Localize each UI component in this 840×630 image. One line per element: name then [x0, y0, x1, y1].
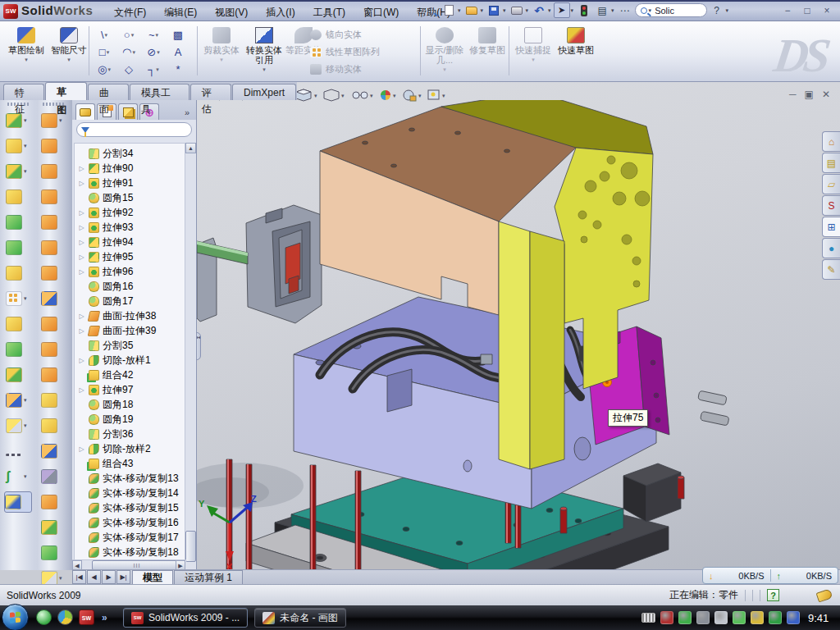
start-button[interactable] [2, 604, 29, 630]
sketch-entity-icon[interactable]: □▾ [92, 46, 116, 58]
taskpane-solidworks-search-tab[interactable]: S [822, 195, 840, 216]
tree-item[interactable]: 圆角16 [78, 279, 186, 294]
toolbar-rib-button[interactable] [6, 313, 30, 335]
open-dropdown[interactable]: ▾ [481, 7, 484, 14]
sketch-entity-icon[interactable]: ◇ [116, 63, 141, 75]
tree-expand-arrow[interactable]: ▷ [78, 224, 85, 231]
toolbar-boundary-boss-button[interactable] [41, 212, 66, 233]
rebuild-button[interactable] [576, 2, 592, 18]
options-button[interactable]: ▤ [594, 2, 610, 18]
sketch-button[interactable]: 草图绘制▾ [5, 25, 48, 77]
sketch-entity-icon[interactable]: ◠▾ [116, 46, 141, 58]
tree-expand-arrow[interactable]: ▷ [78, 268, 85, 276]
sketch-entity-dropdown[interactable]: ▾ [132, 49, 135, 56]
tree-expand-arrow[interactable]: ▷ [78, 313, 85, 320]
toolbar-undercut-analysis-button[interactable] [41, 466, 66, 487]
sketch-entity-icon[interactable]: ◎▾ [92, 63, 116, 75]
tree-item[interactable]: ▷曲面-拉伸38 [78, 308, 186, 323]
dropdown-arrow[interactable]: ▾ [24, 143, 27, 149]
tree-item[interactable]: ▷切除-放样1 [78, 353, 186, 368]
doc-nav-0[interactable]: |◀ [72, 570, 86, 584]
tree-item[interactable]: ▷拉伸93 [78, 220, 186, 235]
dropdown-arrow[interactable]: ▾ [24, 473, 27, 480]
doc-nav-1[interactable]: ◀ [87, 570, 101, 584]
dropdown-arrow[interactable]: ▾ [24, 397, 27, 404]
tree-item[interactable]: 实体-移动/复制16 [78, 515, 186, 530]
sketch-entity-dropdown[interactable]: ▾ [105, 32, 108, 39]
sketch-entity-icon[interactable]: ┐▾ [141, 63, 166, 75]
toolbar-combine-bodies-button[interactable] [6, 339, 30, 360]
toolbar-move-copy-bodies-button[interactable]: ▾ [6, 390, 30, 411]
tree-item[interactable]: 圆角19 [78, 412, 186, 427]
quicklaunch-solidworks-icon[interactable]: SW [79, 609, 94, 625]
pin-icon[interactable] [422, 2, 439, 18]
tree-item[interactable]: ▷拉伸96 [78, 264, 186, 279]
more-commands-icon[interactable]: ⋯ [617, 2, 633, 18]
doc-nav-2[interactable]: ▶ [102, 570, 116, 584]
menu-窗口(W)[interactable]: 窗口(W) [356, 4, 406, 21]
print-button[interactable] [509, 2, 525, 18]
input-method-icon[interactable] [641, 613, 655, 623]
sketch-entity-icon[interactable]: ▩ [166, 29, 190, 41]
dropdown-arrow[interactable]: ▾ [24, 168, 27, 175]
sketch-entity-icon[interactable]: \▾ [92, 29, 116, 41]
sketch-entity-icon[interactable]: ⊘▾ [141, 46, 166, 58]
tree-item[interactable]: 实体-移动/复制14 [78, 486, 186, 500]
tray-updater-icon[interactable] [733, 611, 746, 624]
sketch-entity-dropdown[interactable]: ▾ [107, 49, 110, 56]
toolbar-helix-spiral-button[interactable]: ʃ▾ [6, 466, 30, 487]
help-button[interactable]: ? [709, 2, 725, 18]
toolbar-planar-surface-button[interactable] [41, 262, 66, 284]
tray-volume-icon[interactable] [714, 611, 728, 624]
taskpane-design-library-tab[interactable]: ▤ [822, 153, 840, 173]
minimize-button[interactable]: − [781, 5, 794, 16]
toolbar-swept-boss-button[interactable] [41, 161, 66, 182]
undo-button[interactable]: ↶ [531, 2, 547, 18]
tree-vertical-scrollbar[interactable]: ▲ ▼ [185, 143, 195, 600]
tree-item[interactable]: 组合43 [78, 456, 186, 471]
tab-configuration-manager[interactable] [118, 103, 138, 120]
quicklaunch-sphere-icon[interactable] [57, 609, 73, 625]
tree-item[interactable]: 实体-移动/复制17 [78, 530, 186, 545]
sketch-entity-dropdown[interactable]: ▾ [131, 32, 135, 39]
toolbar-curve-button[interactable] [6, 441, 30, 462]
tree-item[interactable]: ▷拉伸94 [78, 235, 186, 249]
command-tab-曲面[interactable]: 曲面 [88, 84, 129, 100]
sketch-entity-dropdown[interactable]: ▾ [156, 66, 159, 73]
taskpane-file-explorer-tab[interactable]: ▱ [822, 174, 840, 194]
taskpane-view-palette-tab[interactable]: ⊞ [822, 217, 840, 237]
tree-expand-arrow[interactable]: ▷ [78, 209, 85, 217]
tree-expand-arrow[interactable]: ▷ [78, 445, 85, 453]
restore-button[interactable]: □ [801, 5, 814, 16]
taskpane-appearances-scenes-tab[interactable]: ● [822, 238, 840, 258]
command-tab-草图[interactable]: 草图 [45, 82, 86, 100]
tree-item[interactable]: ▷拉伸95 [78, 249, 186, 264]
sketch-entity-icon[interactable]: A [166, 46, 190, 58]
undo-dropdown[interactable]: ▾ [548, 7, 551, 14]
tree-item[interactable]: ▷拉伸90 [78, 161, 186, 176]
tray-health-shield-icon[interactable] [769, 611, 782, 624]
command-tab-评估[interactable]: 评估 [190, 84, 231, 100]
taskpane-solidworks-resources-tab[interactable]: ⌂ [822, 131, 840, 152]
doc-minimize-button[interactable]: ─ [789, 89, 797, 100]
tree-item[interactable]: ▷切除-放样2 [78, 441, 186, 456]
toolbar-revolve-axis-button[interactable] [41, 135, 66, 157]
tree-item[interactable]: 组合42 [78, 368, 186, 382]
new-dropdown[interactable]: ▾ [458, 7, 461, 14]
tray-sync-status-icon[interactable] [787, 611, 800, 624]
doc-close-button[interactable]: ✕ [822, 89, 830, 100]
toolbar-draft-button[interactable] [6, 186, 30, 208]
rapid-sketch-button[interactable]: 快速草图 [555, 25, 597, 77]
sketch-entity-icon[interactable]: * [166, 63, 190, 75]
taskbar-button-solidworks[interactable]: SWSolidWorks 2009 - ... [123, 608, 248, 628]
toolbar-draft-analysis-button[interactable] [41, 441, 66, 462]
tree-expand-arrow[interactable]: ▷ [78, 357, 85, 364]
dropdown-arrow[interactable]: ▾ [24, 295, 27, 302]
taskpane-custom-properties-tab[interactable]: ✎ [822, 259, 840, 280]
menu-插入(I)[interactable]: 插入(I) [258, 4, 302, 21]
quicklaunch-messenger-icon[interactable] [36, 609, 52, 625]
tree-item[interactable]: 实体-移动/复制18 [78, 545, 186, 559]
tree-item[interactable]: 实体-移动/复制13 [78, 471, 186, 486]
tray-award-badge-icon[interactable] [696, 611, 710, 624]
tree-item[interactable]: 分割36 [78, 427, 186, 441]
